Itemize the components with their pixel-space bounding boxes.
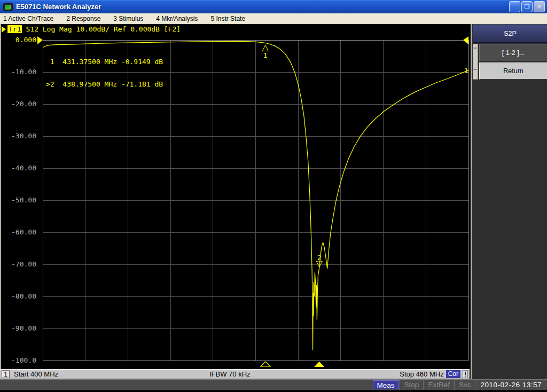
channel-status-bar: 1 Start 400 MHz IFBW 70 kHz Stop 460 MHz… — [0, 369, 470, 379]
y-tick-label: -60.00 — [11, 228, 36, 236]
menu-stimulus[interactable]: 3 Stimulus — [113, 15, 143, 22]
app-icon — [3, 3, 13, 11]
y-tick-label: -40.00 — [11, 164, 36, 172]
menu-mkr-analysis[interactable]: 4 Mkr/Analysis — [156, 15, 198, 22]
start-frequency-label: Start 400 MHz — [14, 370, 58, 378]
menu-active-ch-trace[interactable]: 1 Active Ch/Trace — [3, 15, 53, 22]
ref-level-arrow-right — [463, 36, 468, 44]
y-tick-label: -50.00 — [11, 196, 36, 204]
stimulus-marker-active — [314, 362, 324, 367]
restore-icon: ❐ — [525, 4, 530, 10]
minimize-button[interactable]: _ — [509, 1, 520, 12]
softkey-panel: S2P [ 1-2 ]... Return — [471, 24, 547, 379]
svc-status: Svc — [455, 381, 475, 389]
marker-number: 1 — [263, 51, 268, 59]
stimulus-marker — [261, 362, 270, 366]
meas-status-badge: Meas — [373, 380, 399, 389]
y-tick-label: 0.000 — [15, 36, 36, 44]
softkey-return-button[interactable]: Return — [479, 62, 547, 80]
y-tick-label: -20.00 — [11, 100, 36, 108]
ifbw-label: IFBW 70 kHz — [209, 370, 251, 378]
menu-response[interactable]: 2 Response — [66, 15, 100, 22]
analyzer-screen: E5071C Network Analyzer _ ❐ ✕ 1 Active C… — [0, 0, 547, 392]
marker-readout: 1 431.37500 MHz -0.9149 dB >2 438.97500 … — [46, 43, 163, 103]
correction-badge: Cor — [446, 370, 460, 378]
trace-format-text: S12 Log Mag 10.00dB/ Ref 0.000dB [F2] — [26, 25, 181, 33]
instrument-status-bar: Meas Stop ExtRef Svc 2010-02-26 13:57 — [0, 379, 547, 390]
separator — [423, 380, 424, 390]
y-tick-label: -80.00 — [11, 292, 36, 300]
y-tick-label: -100.0 — [11, 356, 36, 364]
window-title: E5071C Network Analyzer — [16, 3, 101, 11]
alert-badge: ! — [463, 370, 468, 378]
close-icon: ✕ — [537, 4, 542, 10]
menu-instr-state[interactable]: 5 Instr State — [210, 15, 245, 22]
marker-readout-row-1: 1 431.37500 MHz -0.9149 dB — [46, 58, 163, 66]
title-bar: E5071C Network Analyzer _ ❐ ✕ — [0, 0, 547, 13]
datetime-display: 2010-02-26 13:57 — [476, 381, 546, 389]
y-tick-label: -10.00 — [11, 68, 36, 76]
softkey-scrollbar[interactable] — [473, 44, 478, 80]
separator — [475, 380, 475, 390]
y-tick-label: -70.00 — [11, 260, 36, 268]
menu-bar: 1 Active Ch/Trace 2 Response 3 Stimulus … — [0, 13, 547, 24]
extref-status: ExtRef — [424, 381, 454, 389]
marker-symbol — [262, 45, 268, 51]
y-tick-label: -90.00 — [11, 324, 36, 332]
y-axis-labels: 0.000-10.00-20.00-30.00-40.00-50.00-60.0… — [0, 24, 38, 369]
softkey-1-2-button[interactable]: [ 1-2 ]... — [479, 44, 547, 61]
softkey-menu-title: S2P — [473, 25, 547, 43]
restore-button[interactable]: ❐ — [521, 1, 533, 12]
close-button: ✕ — [534, 1, 545, 12]
separator — [454, 380, 455, 390]
minimize-icon: _ — [513, 6, 517, 12]
stop-frequency-label: Stop 460 MHz — [400, 370, 443, 378]
y-tick-label: -30.00 — [11, 132, 36, 140]
marker-number: 2 — [317, 254, 322, 262]
channel-number-box: 1 — [2, 370, 10, 378]
separator — [400, 380, 400, 390]
sweep-stop-status: Stop — [401, 381, 423, 389]
trace-end-number: 1 — [464, 67, 468, 75]
marker-readout-row-2: >2 438.97500 MHz -71.181 dB — [46, 81, 163, 88]
